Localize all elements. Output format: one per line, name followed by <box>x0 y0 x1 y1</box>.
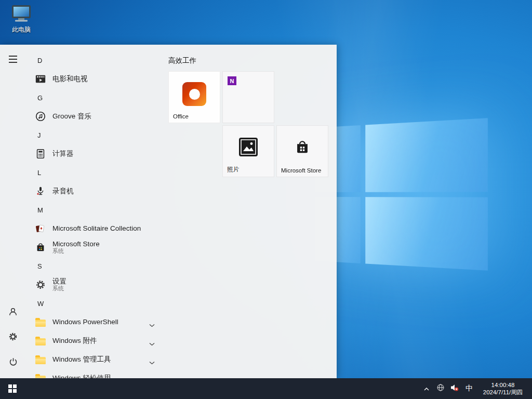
letter-label: D <box>37 57 42 64</box>
system-tray: 中 14:00:48 2024/7/11/周四 <box>419 378 532 399</box>
app-list-item-microsoft-store[interactable]: Microsoft Store 系统 <box>26 238 162 257</box>
clock-date: 2024/7/11/周四 <box>477 389 529 396</box>
app-list-item-movies-tv[interactable]: 电影和电视 <box>26 70 162 88</box>
windows-logo-icon <box>8 384 17 393</box>
expand-menu-button[interactable] <box>1 47 25 72</box>
letter-label: J <box>37 131 41 139</box>
app-list-letter-J[interactable]: J <box>26 126 162 144</box>
tile-group-title[interactable]: 高效工作 <box>168 56 196 65</box>
app-list-letter-D[interactable]: D <box>26 51 162 70</box>
app-list-letter-W[interactable]: W <box>26 294 162 313</box>
office-icon <box>182 82 206 106</box>
app-folder-windows-accessories[interactable]: Windows 附件 <box>26 331 162 350</box>
app-label: 计算器 <box>52 150 74 158</box>
app-sublabel: 系统 <box>52 248 100 255</box>
app-list-letter-S[interactable]: S <box>26 257 162 275</box>
app-list-letter-M[interactable]: M <box>26 201 162 219</box>
tile-label: Office <box>173 113 189 119</box>
app-list-letter-L[interactable]: L <box>26 163 162 182</box>
power-button[interactable] <box>1 350 25 375</box>
groove-music-icon <box>34 110 47 123</box>
tile-label: Microsoft Store <box>281 167 321 174</box>
tile-microsoft-store[interactable]: Microsoft Store <box>276 125 328 177</box>
app-label: 设置 <box>52 277 66 286</box>
folder-icon <box>34 316 47 328</box>
app-list-item-voice-recorder[interactable]: 录音机 <box>26 182 162 201</box>
app-label: 电影和电视 <box>52 75 88 83</box>
calculator-icon <box>34 148 47 160</box>
ime-indicator[interactable]: 中 <box>461 378 477 399</box>
app-label: 录音机 <box>52 187 74 195</box>
wallpaper-windows-logo <box>315 118 488 271</box>
settings-button[interactable] <box>1 325 25 350</box>
screen: 此电脑 <box>0 0 532 399</box>
tile-group: 高效工作 Office N 照片 <box>168 45 337 378</box>
chevron-up-icon <box>423 384 430 393</box>
app-label: Windows 管理工具 <box>52 355 111 364</box>
movies-tv-icon <box>34 73 47 85</box>
user-account-button[interactable] <box>1 300 25 325</box>
start-menu: D 电影和电视 G <box>0 45 337 378</box>
start-button[interactable] <box>0 378 25 399</box>
tile-photos[interactable]: 照片 <box>222 125 274 177</box>
app-label: Microsoft Solitaire Collection <box>52 224 141 233</box>
letter-label: W <box>37 300 44 308</box>
show-hidden-icons-button[interactable] <box>419 378 433 399</box>
app-list-letter-G[interactable]: G <box>26 88 162 107</box>
letter-label: L <box>37 169 41 177</box>
user-icon <box>8 307 18 319</box>
volume-button[interactable] <box>447 378 461 399</box>
logo-pane <box>365 197 488 271</box>
app-label: Microsoft Store <box>52 240 100 248</box>
app-list-item-solitaire[interactable]: Microsoft Solitaire Collection <box>26 219 162 238</box>
app-folder-windows-powershell[interactable]: Windows PowerShell <box>26 313 162 331</box>
clock-time: 14:00:48 <box>477 381 529 389</box>
letter-label: M <box>37 206 43 214</box>
letter-label: G <box>37 94 43 102</box>
store-icon <box>294 138 311 158</box>
app-list-item-groove-music[interactable]: Groove 音乐 <box>26 107 162 126</box>
power-icon <box>8 357 18 369</box>
app-list-item-calculator[interactable]: 计算器 <box>26 144 162 163</box>
app-label: Windows 附件 <box>52 337 97 345</box>
desktop-icon-label: 此电脑 <box>12 25 31 34</box>
app-folder-windows-ease-of-access[interactable]: Windows 轻松使用 <box>26 369 162 378</box>
network-status-button[interactable] <box>433 378 447 399</box>
this-pc-icon <box>11 5 32 24</box>
onenote-icon: N <box>228 76 236 85</box>
hamburger-menu-icon <box>9 56 17 63</box>
tile-office[interactable]: Office <box>168 71 220 123</box>
app-folder-windows-admin-tools[interactable]: Windows 管理工具 <box>26 350 162 369</box>
folder-icon <box>34 372 47 378</box>
chevron-down-icon <box>149 339 155 348</box>
volume-muted-icon <box>450 383 459 394</box>
folder-icon <box>34 335 47 347</box>
taskbar: 中 14:00:48 2024/7/11/周四 <box>0 378 532 399</box>
folder-icon <box>34 353 47 366</box>
app-sublabel: 系统 <box>52 285 66 292</box>
voice-recorder-icon <box>34 185 47 197</box>
app-list-item-settings[interactable]: 设置 系统 <box>26 275 162 294</box>
app-label: Groove 音乐 <box>52 112 91 121</box>
letter-label: S <box>37 262 42 270</box>
app-label: Windows PowerShell <box>52 318 118 326</box>
tile-label: 照片 <box>227 166 239 174</box>
tile-onenote[interactable]: N <box>222 71 274 123</box>
desktop-icon-this-pc[interactable]: 此电脑 <box>6 5 37 34</box>
photos-icon <box>239 138 258 158</box>
app-label: Windows 轻松使用 <box>52 374 111 378</box>
logo-pane <box>365 118 488 192</box>
chevron-down-icon <box>149 320 155 329</box>
store-icon <box>34 241 47 254</box>
solitaire-icon <box>34 222 47 235</box>
settings-gear-icon <box>8 331 18 344</box>
app-list: D 电影和电视 G <box>26 45 162 378</box>
taskbar-clock[interactable]: 14:00:48 2024/7/11/周四 <box>477 381 532 396</box>
settings-gear-icon <box>34 278 47 291</box>
chevron-down-icon <box>149 357 155 367</box>
network-globe-icon <box>436 383 445 394</box>
start-menu-rail <box>0 45 26 378</box>
